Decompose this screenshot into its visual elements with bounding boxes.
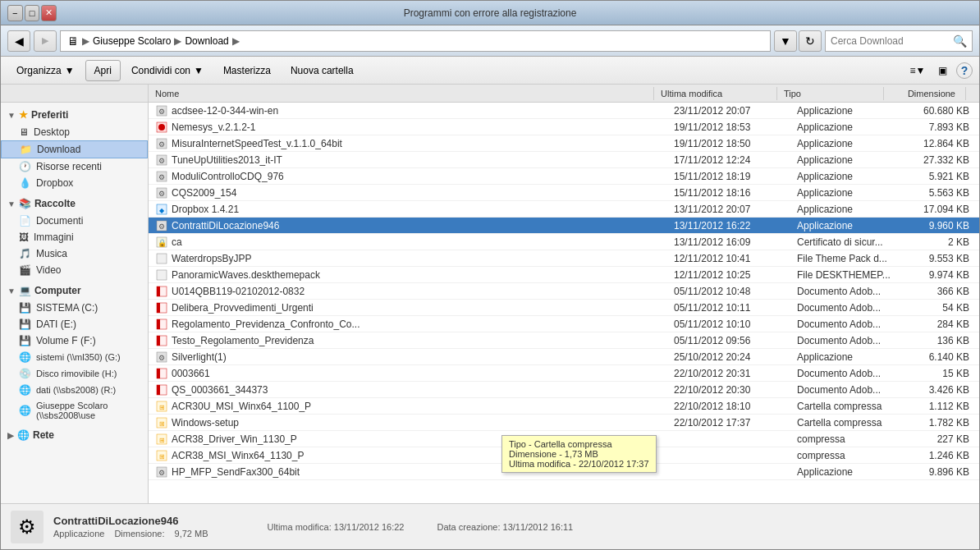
sidebar-item-musica[interactable]: 🎵 Musica [1, 245, 148, 262]
masterizza-button[interactable]: Masterizza [214, 60, 280, 81]
refresh-button[interactable]: ↻ [799, 30, 822, 52]
preview-pane-button[interactable]: ▣ [932, 60, 953, 81]
table-row[interactable]: WaterdropsByJPP 12/11/2012 10:41 File Th… [149, 250, 979, 267]
svg-text:⊞: ⊞ [159, 420, 165, 428]
table-row[interactable]: Nemesys_v.2.1.2-1 19/11/2012 18:53 Appli… [149, 119, 979, 135]
col-ultima-modifica[interactable]: Ultima modifica [654, 87, 777, 100]
sistemi-label: sistemi (\\ml350) (G:) [36, 352, 121, 362]
forward-button[interactable]: ▶ [34, 30, 57, 52]
sidebar-item-risorse[interactable]: 🕐 Risorse recenti [1, 158, 148, 175]
disco-label: Disco rimovibile (H:) [36, 369, 117, 378]
organizza-button[interactable]: Organizza ▼ [7, 60, 84, 81]
recent-button[interactable]: ▼ [774, 30, 797, 52]
col-dimensione[interactable]: Dimensione [884, 87, 966, 100]
preferiti-label: Preferiti [31, 109, 68, 121]
minimize-button[interactable]: − [7, 5, 23, 21]
file-type: Applicazione [790, 351, 897, 363]
documenti-icon: 📄 [19, 215, 31, 227]
sidebar-item-sistema[interactable]: 💾 SISTEMA (C:) [1, 300, 148, 316]
status-tipo: Applicazione [53, 529, 104, 539]
table-row[interactable]: PanoramicWaves.deskthemepack 12/11/2012 … [149, 267, 979, 283]
view-toggle-button[interactable]: ≡▼ [907, 60, 928, 81]
apri-button[interactable]: Apri [85, 60, 121, 81]
col-nome[interactable]: Nome [149, 87, 654, 100]
svg-rect-21 [157, 286, 160, 296]
volume-label: Volume F (F:) [36, 335, 96, 346]
immagini-icon: 🖼 [19, 231, 29, 243]
download-icon: 📁 [20, 144, 32, 155]
table-row[interactable]: QS_0003661_344373 22/10/2012 20:30 Docum… [149, 382, 979, 398]
sidebar-item-video[interactable]: 🎬 Video [1, 262, 148, 278]
breadcrumb-folder[interactable]: Download [185, 35, 228, 47]
nuova-cartella-button[interactable]: Nuova cartella [282, 60, 363, 81]
file-type: Documento Adob... [790, 335, 897, 346]
table-row[interactable]: Regolamento_Previdenza_Confronto_Co... 0… [149, 316, 979, 332]
statusbar: ⚙ ContrattiDiLocazione946 Applicazione D… [1, 503, 979, 549]
sidebar-item-download[interactable]: 📁 Download [1, 140, 148, 158]
sidebar-header-preferiti[interactable]: ▼ ★ Preferiti [1, 106, 148, 124]
sidebar-item-immagini[interactable]: 🖼 Immagini [1, 229, 148, 245]
help-button[interactable]: ? [956, 62, 973, 79]
condividi-button[interactable]: Condividi con ▼ [122, 60, 213, 81]
table-row[interactable]: 0003661 22/10/2012 20:31 Documento Adob.… [149, 365, 979, 382]
search-input[interactable] [831, 35, 953, 47]
musica-icon: 🎵 [19, 248, 31, 259]
sidebar-header-computer[interactable]: ▼ 💻 Computer [1, 282, 148, 300]
table-row[interactable]: Delibera_Provvedimenti_Urgenti 05/11/201… [149, 300, 979, 316]
sidebar-item-desktop[interactable]: 🖥 Desktop [1, 124, 148, 140]
file-type: File DESKTHEMEP... [790, 269, 897, 281]
sidebar-item-disco[interactable]: 💿 Disco rimovibile (H:) [1, 365, 148, 382]
sidebar-item-documenti[interactable]: 📄 Documenti [1, 213, 148, 229]
table-row[interactable]: Testo_Regolamento_Previdenza 05/11/2012 … [149, 332, 979, 349]
sidebar-item-giuseppe[interactable]: 🌐 Giuseppe Scolaro (\\sbs2008\use [1, 398, 148, 423]
table-row[interactable]: 🔒 ca 13/11/2012 16:09 Certificato di sic… [149, 234, 979, 250]
status-dimensione-label: Dimensione: [114, 529, 164, 539]
table-row[interactable]: ⊞ Windows-setup 22/10/2012 17:37 Cartell… [149, 415, 979, 431]
svg-text:⊞: ⊞ [159, 404, 165, 411]
sidebar-header-rete[interactable]: ▶ 🌐 Rete [1, 426, 148, 444]
file-size: 9.974 KB [897, 269, 979, 281]
table-row[interactable]: ⚙ CQS2009_154 15/11/2012 18:16 Applicazi… [149, 185, 979, 201]
raccolte-label: Raccolte [34, 198, 76, 209]
table-row[interactable]: ⚙ TuneUpUtilities2013_it-IT 17/11/2012 1… [149, 152, 979, 168]
file-name: Regolamento_Previdenza_Confronto_Co... [149, 318, 667, 331]
sidebar-header-raccolte[interactable]: ▼ 📚 Raccolte [1, 195, 148, 213]
file-size: 284 KB [897, 319, 979, 330]
file-date: 17/11/2012 12:24 [667, 154, 790, 166]
window: − □ ✕ Programmi con errore alla registra… [0, 0, 980, 550]
file-size: 5.921 KB [897, 171, 979, 182]
table-row[interactable]: ⚙ Silverlight(1) 25/10/2012 20:24 Applic… [149, 349, 979, 365]
file-date: 05/11/2012 10:10 [667, 319, 790, 330]
toolbar: Organizza ▼ Apri Condividi con ▼ Masteri… [1, 57, 979, 85]
back-button[interactable]: ◀ [7, 30, 30, 52]
file-name: ⚙ CQS2009_154 [149, 186, 667, 199]
dropbox-label: Dropbox [36, 177, 73, 189]
breadcrumb-user[interactable]: Giuseppe Scolaro [93, 35, 171, 47]
table-row[interactable]: U014QBB119-02102012-0832 05/11/2012 10:4… [149, 283, 979, 300]
breadcrumb-bar[interactable]: 🖥 ▶ Giuseppe Scolaro ▶ Download ▶ [60, 30, 771, 52]
table-row[interactable]: ⚙ MisuraInternetSpeedTest_v.1.1.0_64bit … [149, 135, 979, 152]
file-type: Documento Adob... [790, 286, 897, 297]
col-tipo[interactable]: Tipo [777, 87, 884, 100]
file-name: QS_0003661_344373 [149, 383, 667, 396]
svg-text:⊞: ⊞ [159, 437, 165, 444]
status-ultima-modifica: Ultima modifica: 13/11/2012 16:22 [267, 522, 404, 532]
file-size: 3.426 KB [897, 384, 979, 396]
table-row[interactable]: ◆ Dropbox 1.4.21 13/11/2012 20:07 Applic… [149, 201, 979, 218]
table-row[interactable]: ⊞ ACR30U_MSI_Winx64_1100_P 22/10/2012 18… [149, 398, 979, 415]
file-type: Certificato di sicur... [790, 236, 897, 248]
sidebar-item-sistemi[interactable]: 🌐 sistemi (\\ml350) (G:) [1, 349, 148, 365]
close-button[interactable]: ✕ [41, 5, 57, 21]
file-size: 2 KB [897, 236, 979, 248]
table-row[interactable]: ⚙ ModuliControlloCDQ_976 15/11/2012 18:1… [149, 168, 979, 185]
file-type: Applicazione [790, 138, 897, 149]
table-row[interactable]: ⚙ acdsee-12-0-344-win-en 23/11/2012 20:0… [149, 103, 979, 119]
table-row[interactable]: ⚙ ContrattiDiLocazione946 13/11/2012 16:… [149, 218, 979, 234]
maximize-button[interactable]: □ [25, 5, 40, 21]
sidebar-item-dati2[interactable]: 🌐 dati (\\sbs2008) (R:) [1, 382, 148, 398]
file-date: 15/11/2012 18:16 [667, 187, 790, 199]
sidebar-item-dropbox[interactable]: 💧 Dropbox [1, 175, 148, 191]
sidebar-item-dati[interactable]: 💾 DATI (E:) [1, 316, 148, 332]
sidebar-item-volume[interactable]: 💾 Volume F (F:) [1, 332, 148, 349]
search-bar[interactable]: 🔍 [825, 30, 973, 52]
